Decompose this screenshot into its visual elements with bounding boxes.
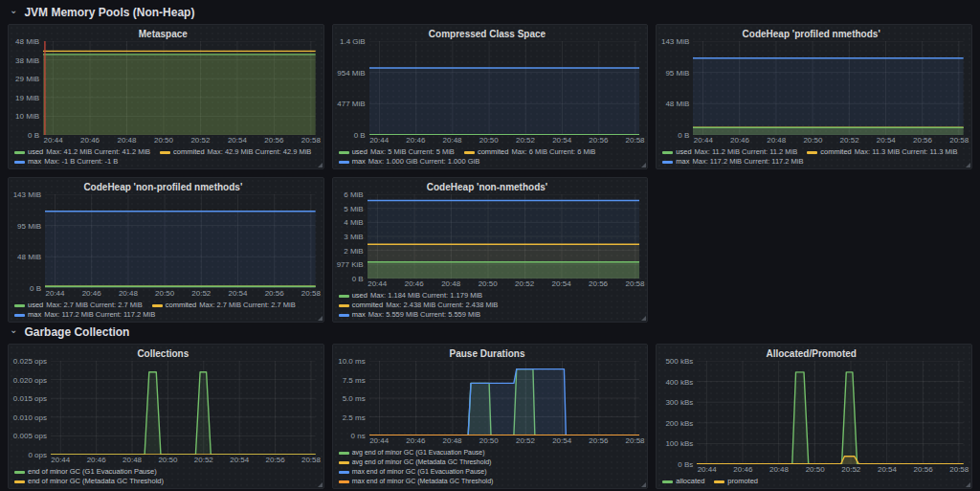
x-tick-label: 20:58: [626, 436, 645, 445]
legend: allocatedpromoted: [658, 476, 964, 486]
series-fill: [693, 127, 964, 135]
plot-area[interactable]: [697, 361, 964, 464]
panel-resize-handle[interactable]: [641, 163, 646, 167]
plot-area[interactable]: [369, 361, 640, 435]
panel-resize-handle[interactable]: [641, 482, 646, 487]
chart-canvas[interactable]: [697, 361, 964, 464]
y-tick-label: 0 B: [354, 131, 366, 140]
legend-item-1[interactable]: allocated: [662, 477, 704, 486]
panel-title[interactable]: Collections: [11, 346, 316, 361]
legend-item-2[interactable]: commitedMax: 11.3 MiB Current: 11.3 MiB: [807, 147, 957, 157]
legend-item-2[interactable]: commitedMax: 42.9 MiB Current: 42.9 MiB: [160, 147, 311, 157]
x-tick-label: 20:46: [82, 289, 101, 298]
x-tick-label: 20:58: [301, 289, 321, 298]
legend-item-1[interactable]: usedMax: 41.2 MiB Current: 41.2 MiB: [14, 147, 150, 157]
panel-title[interactable]: CodeHeap 'non-nmethods': [335, 180, 640, 194]
plot-region: 6 MiB5 MiB4 MiB3 MiB2 MiB977 KiB0 B: [335, 194, 640, 279]
panel-title[interactable]: CodeHeap 'non-profiled nmethods': [11, 180, 316, 194]
legend-item-1[interactable]: usedMax: 11.2 MiB Current: 11.2 MiB: [662, 147, 797, 157]
legend-item-2[interactable]: promoted: [714, 477, 758, 486]
chart-canvas[interactable]: [369, 41, 640, 135]
x-tick-label: 20:58: [301, 456, 321, 464]
panel-title[interactable]: Compressed Class Space: [335, 27, 640, 41]
plot-area[interactable]: [368, 194, 640, 279]
panel-resize-handle[interactable]: [966, 482, 970, 487]
x-tick-label: 20:54: [878, 465, 897, 474]
section-header[interactable]: ⌄JVM Memory Pools (Non-Heap): [10, 4, 972, 21]
chart-canvas[interactable]: [45, 194, 316, 288]
x-tick-label: 20:56: [914, 465, 933, 474]
legend-series-stats: Max: 5 MiB Current: 5 MiB: [370, 147, 455, 157]
plot-area[interactable]: [369, 41, 640, 135]
chart-canvas[interactable]: [51, 361, 316, 455]
panel-resize-handle[interactable]: [966, 163, 970, 167]
panel-title[interactable]: CodeHeap 'profiled nmethods': [658, 27, 964, 41]
panel-title[interactable]: Allocated/Promoted: [658, 346, 964, 361]
plot-area[interactable]: [51, 361, 316, 455]
legend-item-3[interactable]: maxMax: 1.000 GiB Current: 1.000 GiB: [339, 157, 479, 167]
legend: usedMax: 11.2 MiB Current: 11.2 MiBcommi…: [658, 146, 964, 167]
legend-item-1[interactable]: end of minor GC (G1 Evacuation Pause): [14, 467, 157, 477]
x-tick-label: 20:44: [369, 436, 389, 445]
chart-canvas[interactable]: [369, 361, 640, 435]
x-axis: 20:4420:4620:4820:5020:5220:5420:5620:58: [45, 288, 316, 300]
legend-series-name: promoted: [727, 477, 758, 486]
legend-item-3[interactable]: maxMax: 5.559 MiB Current: 5.559 MiB: [339, 310, 480, 320]
legend-series-stats: Max: 11.2 MiB Current: 11.2 MiB: [695, 147, 798, 157]
panel-resize-handle[interactable]: [318, 316, 323, 321]
series-color-swatch: [339, 452, 349, 455]
x-tick-label: 20:52: [515, 279, 534, 288]
y-axis: 0.025 ops0.020 ops0.015 ops0.010 ops0.00…: [11, 361, 51, 455]
legend-item-3[interactable]: maxMax: -1 B Current: -1 B: [14, 157, 118, 167]
legend-item-2[interactable]: commitedMax: 2.438 MiB Current: 2.438 Mi…: [339, 301, 499, 310]
legend-series-stats: Max: 6 MiB Current: 6 MiB: [511, 147, 595, 157]
legend: usedMax: 2.7 MiB Current: 2.7 MiBcommite…: [11, 300, 316, 320]
x-tick-label: 20:46: [405, 279, 424, 288]
legend-item-2[interactable]: commitedMax: 6 MiB Current: 6 MiB: [464, 147, 595, 157]
panel-resize-handle[interactable]: [641, 316, 646, 321]
x-tick-label: 20:56: [589, 279, 608, 288]
panel-resize-handle[interactable]: [318, 482, 323, 487]
series-color-swatch: [14, 314, 25, 317]
plot-area[interactable]: [693, 41, 964, 135]
legend-series-stats: Max: 11.3 MiB Current: 11.3 MiB: [855, 147, 958, 157]
chart-canvas[interactable]: [368, 194, 640, 279]
legend-series-stats: Max: 2.438 MiB Current: 2.438 MiB: [386, 301, 498, 310]
plot-area[interactable]: [45, 194, 316, 288]
x-tick-label: 20:48: [443, 436, 462, 445]
x-tick-label: 20:44: [369, 136, 389, 145]
section-header[interactable]: ⌄Garbage Collection: [10, 324, 972, 341]
y-tick-label: 0.020 ops: [13, 375, 47, 384]
legend-item-3[interactable]: maxMax: 117.2 MiB Current: 117.2 MiB: [14, 310, 155, 320]
legend-series-stats: Max: 117.2 MiB Current: 117.2 MiB: [44, 310, 155, 320]
series-color-swatch: [662, 151, 673, 154]
plot-area[interactable]: [43, 41, 316, 135]
legend-item-3[interactable]: maxMax: 117.2 MiB Current: 117.2 MiB: [662, 157, 803, 167]
panel-metaspace: Metaspace48 MiB38 MiB29 MiB19 MiB10 MiB0…: [8, 24, 324, 169]
panel-title[interactable]: Metaspace: [11, 27, 316, 41]
y-tick-label: 4 MiB: [344, 218, 363, 227]
x-tick-label: 20:52: [516, 436, 535, 445]
legend-item-2[interactable]: commitedMax: 2.7 MiB Current: 2.7 MiB: [152, 301, 296, 310]
legend-item-2[interactable]: end of minor GC (Metadata GC Threshold): [14, 477, 164, 486]
x-tick-label: 20:50: [479, 136, 499, 145]
legend-item-1[interactable]: usedMax: 5 MiB Current: 5 MiB: [339, 147, 455, 157]
legend-item-4[interactable]: max end of minor GC (Metadata GC Thresho…: [339, 477, 494, 486]
panel-resize-handle[interactable]: [318, 163, 323, 167]
x-tick-label: 20:48: [117, 136, 136, 145]
y-tick-label: 200 kBs: [665, 418, 693, 427]
chart-canvas[interactable]: [693, 41, 964, 135]
panel-title[interactable]: Pause Durations: [335, 346, 640, 361]
legend-series-name: used: [352, 291, 368, 301]
series-fill: [693, 58, 964, 135]
series-color-swatch: [339, 304, 349, 307]
y-tick-label: 954 MiB: [337, 68, 365, 77]
chart-canvas[interactable]: [43, 41, 316, 135]
y-tick-label: 10 MiB: [15, 112, 39, 121]
legend-item-1[interactable]: usedMax: 2.7 MiB Current: 2.7 MiB: [14, 301, 143, 310]
legend-item-1[interactable]: avg end of minor GC (G1 Evacuation Pause…: [339, 448, 485, 458]
x-tick-label: 20:50: [803, 136, 822, 145]
legend-item-2[interactable]: avg end of minor GC (Metadata GC Thresho…: [339, 458, 492, 467]
legend-item-1[interactable]: usedMax: 1.184 MiB Current: 1.179 MiB: [339, 291, 482, 301]
legend-item-3[interactable]: max end of minor GC (G1 Evacuation Pause…: [339, 467, 487, 477]
